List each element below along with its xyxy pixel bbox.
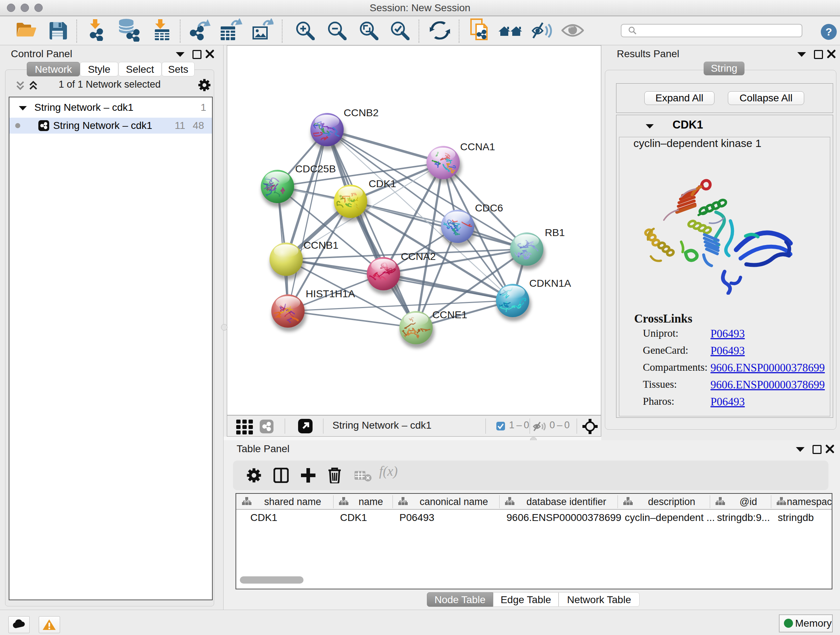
svg-text:CCNA1: CCNA1 [460, 141, 495, 152]
svg-text:CCNA2: CCNA2 [401, 250, 436, 262]
svg-text:RB1: RB1 [545, 226, 565, 238]
svg-text:HIST1H1A: HIST1H1A [306, 288, 355, 299]
svg-text:CCNB2: CCNB2 [344, 107, 379, 119]
svg-text:CDK1: CDK1 [369, 178, 396, 189]
svg-text:CDC25B: CDC25B [295, 163, 336, 174]
svg-text:CCNB1: CCNB1 [303, 239, 339, 251]
svg-text:CDKN1A: CDKN1A [529, 277, 571, 289]
svg-text:CDC6: CDC6 [475, 202, 503, 214]
svg-text:CCNE1: CCNE1 [432, 309, 467, 320]
